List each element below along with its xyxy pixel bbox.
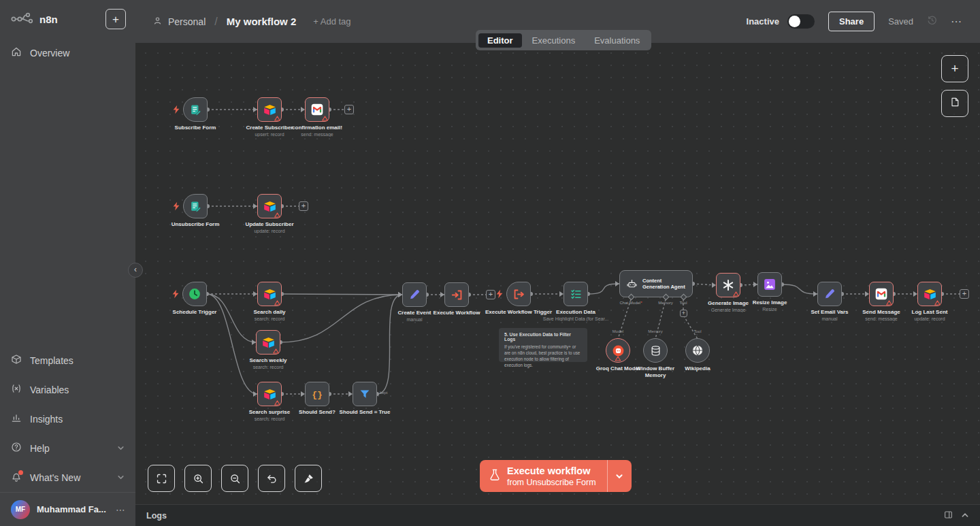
sidebar-item-whats-new[interactable]: What's New [0,463,135,492]
logs-panel-header[interactable]: Logs [135,504,980,526]
flask-icon [489,469,500,484]
execute-workflow-sublabel: from Unsubscribe Form [507,478,596,487]
gmail-icon [875,287,888,301]
fit-view-icon [156,473,167,484]
add-tag-button[interactable]: + Add tag [313,16,350,27]
sidebar-item-overview[interactable]: Overview [0,38,135,67]
connection-wire[interactable] [280,295,402,342]
expand-logs-icon[interactable] [961,510,969,522]
node-wikipedia[interactable] [685,338,710,363]
node-confirmation-email[interactable] [305,97,329,122]
openai-icon [721,278,735,292]
home-icon [11,46,22,59]
share-button[interactable]: Share [828,12,875,31]
node-unsubscribe-form[interactable] [183,194,208,218]
sidebar-item-variables[interactable]: Variables [0,375,135,404]
sidebar-item-label: Insights [30,414,63,425]
new-workflow-button[interactable]: + [105,9,126,29]
connection-wire[interactable] [588,284,619,294]
warning-icon [886,300,892,306]
gmail-icon [310,103,324,116]
node-execute-workflow-trigger[interactable] [506,282,531,306]
connection-wire[interactable] [655,299,666,339]
node-subscribe-form[interactable] [183,97,208,122]
pencil-icon [823,288,836,300]
node-search-daily[interactable] [257,282,282,306]
connection-wire[interactable] [282,294,402,295]
airtable-icon [261,335,276,350]
history-icon[interactable] [927,15,937,28]
workflow-title[interactable]: My workflow 2 [227,16,297,27]
add-next-node-plus-4[interactable]: + [960,289,969,299]
node-title: Content Generation Agent [642,278,686,291]
node-search-surprise[interactable] [257,382,282,406]
sticky-note[interactable]: 5. Use Execution Data to Filter LogsIf y… [499,328,587,362]
open-logs-panel-icon[interactable] [944,510,953,522]
connection-wire[interactable] [782,284,817,294]
n8n-logo-icon [11,11,34,27]
add-next-node-plus-1[interactable]: + [344,105,354,114]
workflow-canvas[interactable]: + Execute workflow from Unsubscribe Form [135,43,980,504]
node-log-last-sent[interactable] [917,282,942,306]
warning-icon [274,212,280,218]
undo-button[interactable] [258,465,285,492]
warning-icon [274,300,280,306]
sidebar-item-templates[interactable]: Templates [0,346,135,375]
node-window-buffer-memory[interactable] [643,338,668,363]
execute-workflow-button[interactable]: Execute workflow from Unsubscribe Form [480,460,632,492]
user-options-icon[interactable]: ⋯ [116,504,126,515]
breadcrumb: Personal / My workflow 2 + Add tag [153,16,351,28]
tab-editor[interactable]: Editor [478,33,522,48]
cube-icon [11,354,22,367]
tidy-up-button[interactable] [295,465,322,492]
connection-wire[interactable] [207,294,257,394]
chevron-down-icon [117,443,125,454]
tab-evaluations[interactable]: Evaluations [585,33,649,48]
exec-trigger-icon [512,288,525,301]
undo-icon [266,473,278,484]
sidebar-item-label: Help [30,443,50,454]
database-icon [650,345,662,357]
execute-options-button[interactable] [607,460,632,492]
add-next-node-plus-tool[interactable]: + [680,310,687,317]
node-generate-image[interactable] [716,273,740,297]
connection-wire[interactable] [207,294,256,342]
form-icon [189,103,202,116]
node-groq-chat-model[interactable] [606,338,630,363]
connection-wire[interactable] [377,295,402,394]
sidebar-collapse-button[interactable]: ‹ [128,263,143,278]
fit-view-button[interactable] [148,465,175,492]
node-execute-workflow[interactable] [444,282,469,307]
more-options-icon[interactable]: ⋯ [951,15,962,28]
sticky-body: If you've registered for community+ or a… [504,344,582,369]
node-create-event[interactable] [402,282,427,307]
notification-badge [18,470,23,475]
node-schedule-trigger[interactable] [182,282,207,306]
tab-executions[interactable]: Executions [523,33,585,48]
add-next-node-plus-2[interactable]: + [299,201,308,211]
node-execution-data[interactable] [564,282,588,306]
user-menu[interactable]: MF Muhammad Fa... ⋯ [0,492,135,526]
node-resize-image[interactable] [757,272,782,297]
zoom-out-button[interactable] [221,465,248,492]
add-sticky-button[interactable] [941,90,968,117]
node-should-send[interactable]: {} [305,382,329,406]
node-should-send-true[interactable] [353,382,377,406]
node-create-subscriber[interactable] [257,97,282,122]
node-update-subscriber[interactable] [257,194,282,218]
node-set-email-vars[interactable] [817,282,842,306]
add-node-button[interactable]: + [941,55,968,82]
connection-wire[interactable] [618,299,631,339]
breadcrumb-project[interactable]: Personal [168,16,206,27]
node-search-weekly[interactable] [256,330,280,355]
active-toggle[interactable] [787,14,815,29]
airtable-icon [263,103,277,117]
warning-icon [733,291,739,297]
connection-wire[interactable] [683,299,698,339]
brand-name: n8n [39,14,58,25]
sidebar-item-insights[interactable]: Insights [0,404,135,433]
add-next-node-plus-3[interactable]: + [486,290,495,299]
sidebar-item-help[interactable]: Help [0,433,135,463]
zoom-in-button[interactable] [184,465,212,492]
node-send-message[interactable] [869,282,894,306]
